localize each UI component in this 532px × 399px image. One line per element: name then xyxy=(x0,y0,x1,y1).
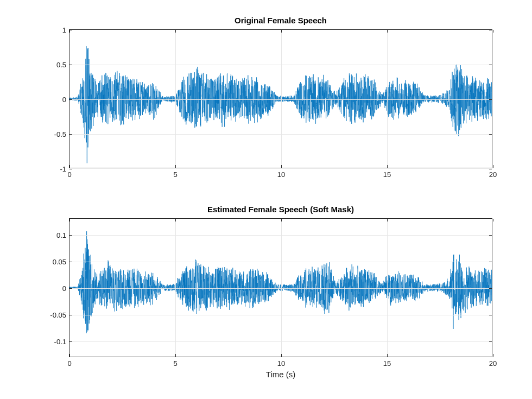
xtick-label: 15 xyxy=(383,168,391,179)
figure: Original Female Speech -1-0.500.51051015… xyxy=(0,0,532,399)
ytick-label: 0 xyxy=(62,96,69,104)
ytick-label: 0.5 xyxy=(56,61,69,69)
waveform-path xyxy=(69,46,492,163)
xtick-label: 0 xyxy=(67,168,71,179)
title-original: Original Female Speech xyxy=(69,16,492,25)
ytick-label: -0.05 xyxy=(50,311,69,319)
xtick-label: 5 xyxy=(173,168,177,179)
waveform-estimated xyxy=(69,219,492,357)
ytick-label: 0 xyxy=(62,284,69,293)
xtick-label: 20 xyxy=(489,168,497,179)
ytick-label: -0.5 xyxy=(54,130,69,138)
waveform-original xyxy=(69,30,492,168)
xtick-label: 10 xyxy=(277,357,285,368)
title-estimated: Estimated Female Speech (Soft Mask) xyxy=(69,205,492,214)
xtick-label: 0 xyxy=(67,357,71,368)
ytick-label: 0.1 xyxy=(56,231,69,239)
ytick-label: -0.1 xyxy=(54,338,69,346)
axes-estimated-speech: Estimated Female Speech (Soft Mask) Time… xyxy=(69,218,492,357)
xtick-label: 15 xyxy=(383,357,391,368)
waveform-path xyxy=(69,231,492,333)
ytick-label: 0.05 xyxy=(53,257,69,265)
xtick-label: 5 xyxy=(173,357,177,368)
ytick-label: 1 xyxy=(62,26,69,34)
xtick-label: 10 xyxy=(277,168,285,179)
xtick-label: 20 xyxy=(489,357,497,368)
axes-original-speech: Original Female Speech -1-0.500.51051015… xyxy=(69,29,492,168)
